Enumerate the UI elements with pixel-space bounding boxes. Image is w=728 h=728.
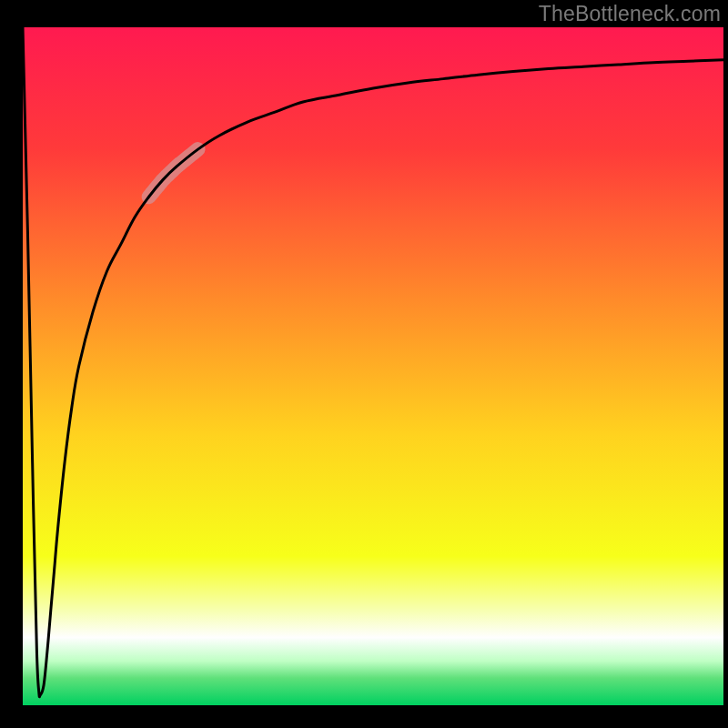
watermark-text: TheBottleneck.com: [539, 2, 721, 26]
chart-stage: TheBottleneck.com: [0, 0, 728, 728]
bottleneck-chart: [0, 0, 728, 728]
plot-background: [23, 27, 723, 705]
